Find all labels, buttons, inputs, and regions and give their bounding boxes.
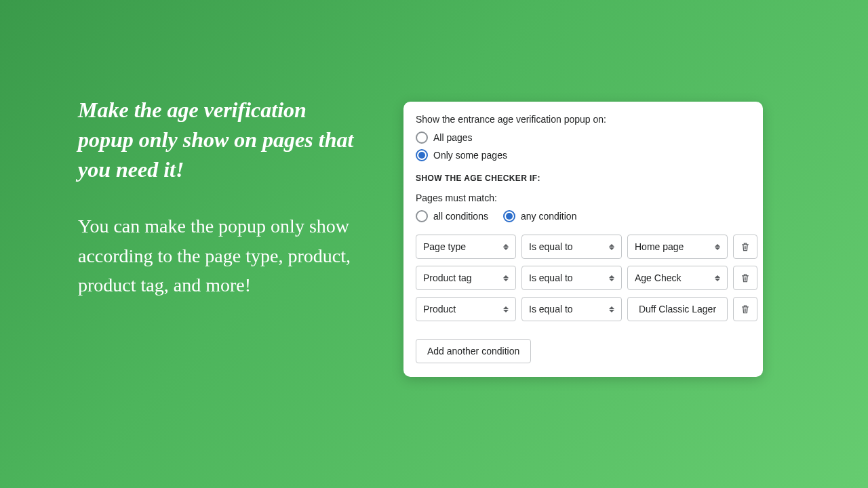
condition-field-select[interactable]: Page type (416, 235, 516, 259)
promo-headline: Make the age verification popup only sho… (78, 95, 363, 184)
condition-row: Product tag Is equal to Age Check (416, 266, 751, 290)
sort-icon (609, 306, 614, 312)
delete-condition-button[interactable] (733, 297, 757, 321)
radio-only-some-pages[interactable]: Only some pages (416, 149, 751, 161)
delete-condition-button[interactable] (733, 235, 757, 259)
radio-all-conditions[interactable]: all conditions (416, 210, 488, 222)
sort-icon (503, 244, 509, 250)
condition-value-select[interactable]: Home page (627, 235, 728, 259)
sort-icon (715, 275, 720, 281)
condition-row: Product Is equal to Duff Classic Lager (416, 297, 751, 321)
condition-field-select[interactable]: Product (416, 297, 516, 321)
condition-operator-select[interactable]: Is equal to (521, 297, 622, 321)
promo-subtext: You can make the popup only show accordi… (78, 211, 363, 300)
section-title: Show the age checker if: (416, 174, 751, 183)
radio-checked-icon (416, 149, 428, 161)
condition-field-select[interactable]: Product tag (416, 266, 516, 290)
radio-unchecked-icon (416, 131, 428, 144)
condition-field-value: Page type (423, 241, 466, 252)
delete-condition-button[interactable] (733, 266, 757, 290)
condition-value-text: Age Check (635, 272, 681, 283)
radio-all-conditions-label: all conditions (433, 211, 488, 222)
trash-icon (740, 304, 751, 314)
condition-operator-value: Is equal to (529, 241, 573, 252)
promo-background: Make the age verification popup only sho… (0, 0, 868, 488)
add-condition-label: Add another condition (427, 346, 519, 357)
condition-row: Page type Is equal to Home page (416, 235, 751, 259)
condition-field-value: Product (423, 304, 456, 314)
trash-icon (740, 272, 751, 283)
add-condition-button[interactable]: Add another condition (416, 339, 531, 363)
show-on-label: Show the entrance age verification popup… (416, 114, 751, 125)
sort-icon (609, 275, 614, 281)
match-label: Pages must match: (416, 192, 751, 203)
condition-value-text: Home page (635, 241, 684, 252)
sort-icon (715, 244, 720, 250)
trash-icon (740, 241, 751, 252)
condition-value-input[interactable]: Duff Classic Lager (627, 297, 728, 321)
condition-operator-value: Is equal to (529, 304, 573, 314)
radio-any-condition-label: any condition (521, 211, 577, 222)
promo-copy: Make the age verification popup only sho… (78, 95, 363, 300)
match-radio-group: all conditions any condition (416, 210, 751, 222)
condition-value-select[interactable]: Age Check (627, 266, 728, 290)
condition-operator-select[interactable]: Is equal to (521, 266, 622, 290)
sort-icon (609, 244, 614, 250)
radio-unchecked-icon (416, 210, 428, 222)
radio-checked-icon (503, 210, 515, 222)
sort-icon (503, 275, 509, 281)
radio-all-pages[interactable]: All pages (416, 131, 751, 144)
radio-only-some-label: Only some pages (433, 150, 507, 161)
condition-operator-value: Is equal to (529, 272, 573, 283)
condition-operator-select[interactable]: Is equal to (521, 235, 622, 259)
sort-icon (503, 306, 509, 312)
radio-any-condition[interactable]: any condition (503, 210, 577, 222)
settings-card: Show the entrance age verification popup… (403, 102, 763, 377)
condition-value-text: Duff Classic Lager (639, 304, 716, 314)
radio-all-pages-label: All pages (433, 132, 473, 143)
condition-field-value: Product tag (423, 272, 472, 283)
